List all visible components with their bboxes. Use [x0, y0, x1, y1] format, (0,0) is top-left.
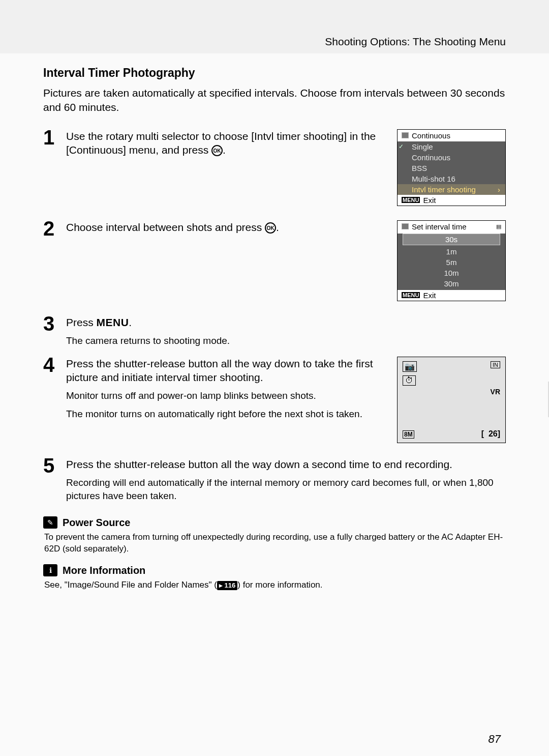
- menu-item-bss: BSS: [398, 163, 505, 173]
- step-1-text: Use the rotary multi selector to choose …: [66, 129, 391, 157]
- note-power-body: To prevent the camera from turning off u…: [43, 532, 506, 555]
- vr-badge: VR: [491, 388, 500, 396]
- intro-text: Pictures are taken automatically at spec…: [43, 86, 506, 115]
- info-icon: ℹ: [43, 564, 57, 576]
- section-title: Interval Timer Photography: [43, 66, 506, 80]
- step-number: 1: [43, 127, 66, 206]
- timer-icon: ⏱: [403, 375, 416, 386]
- interval-1m: 1m: [398, 246, 505, 257]
- step-3-sub: The camera returns to shooting mode.: [66, 334, 500, 347]
- lcd-interval-menu: Set interval time▤ 30s 1m 5m 10m 30m MEN…: [397, 220, 506, 301]
- step-3: 3 Press MENU. The camera returns to shoo…: [43, 315, 506, 347]
- image-size-badge: 8M: [403, 430, 414, 439]
- lcd-continuous-menu: Continuous ✓Single Continuous BSS Multi-…: [397, 129, 506, 206]
- menu-chip: MENU: [402, 197, 420, 203]
- step-number: 4: [43, 355, 66, 443]
- step-2: 2 Choose interval between shots and pres…: [43, 220, 506, 301]
- interval-30s-selected: 30s: [403, 234, 500, 245]
- menu-item-multishot: Multi-shot 16: [398, 173, 505, 184]
- step-5: 5 Press the shutter-release button all t…: [43, 457, 506, 503]
- interval-10m: 10m: [398, 268, 505, 278]
- menu-item-intvl-selected: Intvl timer shooting: [398, 184, 505, 195]
- shots-remaining: [ 26]: [481, 429, 500, 439]
- step-number: 5: [43, 455, 66, 503]
- step-4-text: Press the shutter-release button all the…: [66, 357, 391, 385]
- step-number: 2: [43, 218, 66, 301]
- camera-icon: 📷: [403, 361, 417, 372]
- interval-30m: 30m: [398, 278, 505, 289]
- ok-button-icon: OK: [211, 145, 223, 156]
- step-4-sub2: The monitor turns on automatically right…: [66, 408, 391, 421]
- menu-item-continuous: Continuous: [398, 152, 505, 163]
- step-5-sub: Recording will end automatically if the …: [66, 476, 506, 502]
- in-badge: IN: [491, 361, 500, 368]
- step-1: 1 Use the rotary multi selector to choos…: [43, 129, 506, 206]
- interval-5m: 5m: [398, 257, 505, 268]
- note-info-body: See, "Image/Sound File and Folder Names"…: [43, 579, 506, 591]
- note-power-head: ✎ Power Source: [43, 516, 506, 529]
- step-2-text: Choose interval between shots and press …: [66, 220, 391, 234]
- menu-item-single: ✓Single: [398, 141, 505, 152]
- breadcrumb: Shooting Options: The Shooting Menu: [325, 36, 506, 47]
- note-info-head: ℹ More Information: [43, 564, 506, 576]
- page-ref-chip: ▸ 116: [217, 581, 237, 590]
- continuous-icon: [402, 223, 409, 229]
- step-4: 4 Press the shutter-release button all t…: [43, 357, 506, 443]
- step-5-text: Press the shutter-release button all the…: [66, 457, 506, 471]
- pencil-icon: ✎: [43, 516, 57, 529]
- ok-button-icon: OK: [265, 222, 276, 234]
- page-header: Shooting Options: The Shooting Menu: [0, 0, 549, 53]
- step-number: 3: [43, 313, 66, 347]
- checkmark-icon: ✓: [399, 143, 404, 150]
- continuous-icon: [402, 132, 409, 138]
- step-4-sub1: Monitor turns off and power-on lamp blin…: [66, 389, 391, 402]
- page-number: 87: [489, 733, 501, 746]
- menu-button-label: MENU: [97, 316, 129, 328]
- lcd-shooting-screen: 📷 ⏱ IN VR 8M [ 26]: [397, 357, 506, 443]
- step-3-text: Press MENU.: [66, 315, 500, 329]
- menu-chip: MENU: [402, 292, 420, 298]
